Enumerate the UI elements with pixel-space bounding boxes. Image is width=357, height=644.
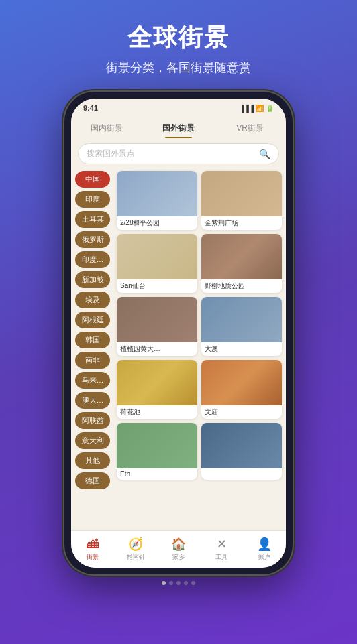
tab-foreign[interactable]: 国外街景 [143,120,215,137]
grid-card[interactable]: 植植园黄大… [117,297,197,356]
card-label: 荷花池 [117,405,197,419]
card-label: 野柳地质公园 [201,279,282,293]
grid-card[interactable]: Eth [117,423,197,480]
nav-label-street: 街景 [87,553,99,562]
grid-card[interactable]: San仙台 [117,234,197,293]
page-subtitle: 街景分类，各国街景随意赏 [106,60,251,76]
grid-card[interactable]: 金紫荆广场 [201,171,282,230]
card-image [201,423,282,468]
nav-label-compass: 指南针 [127,553,145,562]
grid-row: 植植园黄大…大澳 [117,297,282,356]
tab-domestic[interactable]: 国内街景 [71,120,143,137]
nav-item-hometown[interactable]: 🏠家乡 [157,537,200,562]
nav-icon-street: 🏙 [87,537,99,552]
nav-icon-compass: 🧭 [128,537,143,552]
grid-area: 2/28和平公园金紫荆广场San仙台野柳地质公园植植园黄大…大澳荷花池文庙Eth [114,168,286,530]
card-label: Eth [117,468,197,480]
card-image [117,423,197,468]
card-image [117,234,197,279]
card-image [117,360,197,405]
category-item-uae[interactable]: 阿联酋 [75,412,110,429]
nav-item-tools[interactable]: ✕工具 [200,537,243,562]
grid-card[interactable]: 荷花池 [117,360,197,419]
nav-label-account: 账户 [258,553,270,562]
tab-vr[interactable]: VR街景 [214,120,286,137]
card-image [201,360,282,405]
bottom-nav: 🏙街景🧭指南针🏠家乡✕工具👤账户 [71,530,286,568]
category-item-egypt[interactable]: 埃及 [75,292,110,308]
header-section: 全球街景 街景分类，各国街景随意赏 [93,0,264,86]
grid-card[interactable] [201,423,282,480]
grid-card[interactable]: 大澳 [201,297,282,356]
status-bar: 9:41 ▐▐▐ 📶 🔋 [71,99,286,117]
category-item-australia[interactable]: 澳大… [75,392,110,409]
page-dot-3 [184,581,188,585]
page-title: 全球街景 [106,21,251,54]
nav-label-hometown: 家乡 [172,553,185,562]
grid-row: San仙台野柳地质公园 [117,234,282,293]
category-item-malaysia[interactable]: 马来… [75,372,110,389]
category-item-germany[interactable]: 德国 [75,472,110,489]
category-item-india2[interactable]: 印度… [75,251,110,268]
tabs-bar: 国内街景 国外街景 VR街景 [71,117,286,141]
grid-row: 荷花池文庙 [117,360,282,419]
search-icon: 🔍 [259,149,270,159]
signal-icon: ▐▐▐ [240,105,254,112]
grid-card[interactable]: 野柳地质公园 [201,234,282,293]
card-image [117,297,197,342]
grid-card[interactable]: 2/28和平公园 [117,171,197,230]
battery-icon: 🔋 [266,105,274,112]
card-label: 金紫荆广场 [201,216,282,230]
category-item-southafrica[interactable]: 南非 [75,352,110,369]
nav-icon-account: 👤 [257,537,272,552]
page-dot-0 [162,581,166,585]
page-dots [162,581,195,585]
search-bar[interactable]: 搜索国外景点 🔍 [78,143,279,164]
nav-icon-hometown: 🏠 [171,537,186,552]
content-area: 中国印度土耳其俄罗斯印度…新加坡埃及阿根廷韩国南非马来…澳大…阿联酋意大利其他德… [71,168,286,530]
category-item-russia[interactable]: 俄罗斯 [75,231,110,248]
category-item-china[interactable]: 中国 [75,171,110,188]
page-dot-2 [176,581,181,585]
status-icons: ▐▐▐ 📶 🔋 [240,105,274,112]
card-image [201,171,282,216]
card-image [117,171,197,216]
nav-item-compass[interactable]: 🧭指南针 [114,537,157,562]
category-list: 中国印度土耳其俄罗斯印度…新加坡埃及阿根廷韩国南非马来…澳大…阿联酋意大利其他德… [71,168,114,530]
nav-icon-tools: ✕ [217,537,227,552]
page-dot-1 [169,581,173,585]
category-item-korea[interactable]: 韩国 [75,332,110,348]
nav-label-tools: 工具 [215,553,227,562]
grid-row: 2/28和平公园金紫荆广场 [117,171,282,230]
status-time: 9:41 [83,104,98,112]
nav-item-account[interactable]: 👤账户 [243,537,286,562]
category-item-turkey[interactable]: 土耳其 [75,211,110,228]
search-placeholder: 搜索国外景点 [87,148,259,159]
category-item-italy[interactable]: 意大利 [75,432,110,449]
page-dot-4 [191,581,195,585]
category-item-india[interactable]: 印度 [75,191,110,208]
card-image [201,234,282,279]
grid-card[interactable]: 文庙 [201,360,282,419]
card-label: 大澳 [201,342,282,356]
card-label: 植植园黄大… [117,342,197,356]
category-item-other[interactable]: 其他 [75,452,110,469]
card-image [201,297,282,342]
wifi-icon: 📶 [256,105,264,112]
card-label [201,468,282,472]
nav-item-street[interactable]: 🏙街景 [71,537,114,562]
phone-frame: 9:41 ▐▐▐ 📶 🔋 国内街景 国外街景 VR街景 [64,92,293,574]
card-label: 2/28和平公园 [117,216,197,230]
category-item-singapore[interactable]: 新加坡 [75,271,110,288]
card-label: 文庙 [201,405,282,419]
phone-wrapper: 9:41 ▐▐▐ 📶 🔋 国内街景 国外街景 VR街景 [64,92,293,574]
card-label: San仙台 [117,279,197,293]
category-item-argentina[interactable]: 阿根廷 [75,312,110,328]
grid-row: Eth [117,423,282,480]
phone-screen: 9:41 ▐▐▐ 📶 🔋 国内街景 国外街景 VR街景 [71,99,286,568]
